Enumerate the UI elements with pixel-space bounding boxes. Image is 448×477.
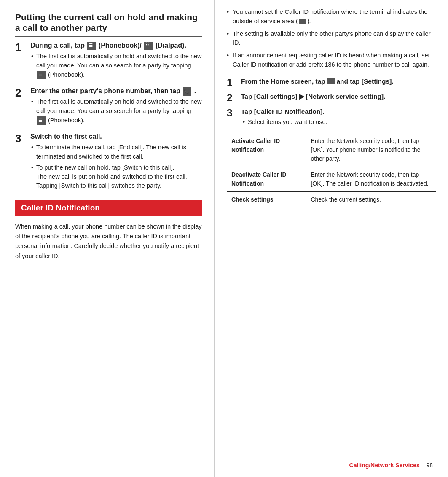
caller-id-banner: Caller ID Notification [15, 200, 202, 216]
step-1-content: During a call, tap (Phonebook)/ (Dialpad… [30, 41, 202, 81]
phonebook-icon [87, 42, 96, 50]
right-step-1-number: 1 [227, 77, 241, 88]
right-step-2-content: Tap [Call settings] ▶ [Network service s… [241, 92, 436, 102]
call-icon [183, 87, 191, 96]
step-2-number: 2 [15, 87, 30, 99]
step-3-bullets: To terminate the new call, tap [End call… [30, 143, 202, 191]
phonebook-icon-2 [37, 71, 46, 79]
right-step-3: 3 Tap [Caller ID Notification]. Select i… [227, 108, 436, 127]
right-bullet-3: If an announcement requesting caller ID … [227, 51, 436, 70]
right-step-3-heading: Tap [Caller ID Notification]. [241, 108, 436, 116]
right-bullet-1: You cannot set the Caller ID notificatio… [227, 8, 436, 26]
table-cell-check-label: Check settings [227, 192, 306, 208]
caller-id-table: Activate Caller ID Notification Enter th… [227, 133, 436, 208]
step-3-number: 3 [15, 132, 30, 145]
right-step-1: 1 From the Home screen, tap and tap [Set… [227, 77, 436, 88]
step-2-heading-text: Enter the other party's phone number, th… [30, 87, 182, 94]
step-1-bullets: The first call is automatically on hold … [30, 52, 202, 79]
right-column: You cannot set the Caller ID notificatio… [215, 0, 448, 477]
dialpad-icon [144, 42, 153, 50]
table-row-activate: Activate Caller ID Notification Enter th… [227, 133, 436, 167]
right-step-3-number: 3 [227, 108, 241, 119]
footer: Calling/Network Services 98 [349, 462, 433, 469]
table-cell-check-desc: Check the current settings. [306, 192, 436, 208]
right-step-2: 2 Tap [Call settings] ▶ [Network service… [227, 92, 436, 103]
step-1-heading: During a call, tap (Phonebook)/ (Dialpad… [30, 41, 202, 50]
step-3-bullet-1: To terminate the new call, tap [End call… [31, 143, 202, 162]
right-step-2-number: 2 [227, 92, 241, 103]
step-2-heading: Enter the other party's phone number, th… [30, 87, 202, 96]
step-2-content: Enter the other party's phone number, th… [30, 87, 202, 127]
right-bullet-2: The setting is available only the other … [227, 30, 436, 48]
step-2: 2 Enter the other party's phone number, … [15, 87, 202, 127]
right-step-2-heading: Tap [Call settings] ▶ [Network service s… [241, 92, 436, 101]
step-1-phonebook-label: (Phonebook)/ [99, 42, 142, 49]
right-step-3-subbullet: Select items you want to use. [241, 118, 436, 127]
right-step-1-content: From the Home screen, tap and tap [Setti… [241, 77, 436, 86]
left-column: Putting the current call on hold and mak… [0, 0, 215, 477]
section-title: Putting the current call on hold and mak… [15, 12, 202, 37]
table-cell-activate-desc: Enter the Network security code, then ta… [306, 133, 436, 167]
signal-icon [299, 19, 306, 24]
footer-page: 98 [426, 462, 433, 469]
right-bullet-list: You cannot set the Caller ID notificatio… [227, 8, 436, 70]
right-step-1-heading: From the Home screen, tap and tap [Setti… [241, 77, 436, 86]
menu-icon [327, 78, 335, 84]
step-2-bullets: The first call is automatically on hold … [30, 97, 202, 125]
table-row-deactivate: Deactivate Caller ID Notification Enter … [227, 167, 436, 192]
step-1-dialpad-label: (Dialpad). [156, 42, 186, 49]
footer-label: Calling/Network Services [349, 462, 420, 469]
phonebook-icon-3 [37, 116, 46, 125]
right-step-3-content: Tap [Caller ID Notification]. Select ite… [241, 108, 436, 127]
step-3: 3 Switch to the first call. To terminate… [15, 132, 202, 192]
step-1-number: 1 [15, 41, 30, 54]
table-cell-activate-label: Activate Caller ID Notification [227, 133, 306, 167]
table-cell-deactivate-desc: Enter the Network security code, then ta… [306, 167, 436, 192]
step-2-bullet-1: The first call is automatically on hold … [31, 97, 202, 125]
step-3-content: Switch to the first call. To terminate t… [30, 132, 202, 192]
step-1-bullet-1: The first call is automatically on hold … [31, 52, 202, 79]
step-3-heading: Switch to the first call. [30, 132, 202, 141]
step-3-bullet-2: To put the new call on hold, tap [Switch… [31, 163, 202, 191]
step-1: 1 During a call, tap (Phonebook)/ (Dialp… [15, 41, 202, 81]
table-row-check: Check settings Check the current setting… [227, 192, 436, 208]
step-2-heading-suffix: . [194, 87, 196, 94]
step-1-heading-text: During a call, tap [30, 42, 86, 49]
table-cell-deactivate-label: Deactivate Caller ID Notification [227, 167, 306, 192]
caller-id-body: When making a call, your phone number ca… [15, 222, 202, 261]
